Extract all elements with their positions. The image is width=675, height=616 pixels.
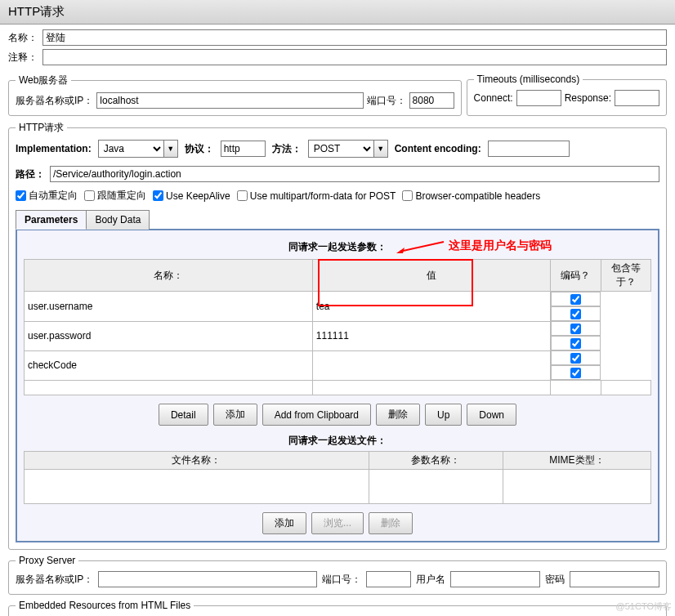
files-title: 同请求一起发送文件： (24, 434, 651, 448)
proxy-group: Proxy Server 服务器名称或IP： 端口号： 用户名 密码 (8, 555, 667, 595)
response-input[interactable] (615, 90, 659, 106)
col-value: 值 (312, 260, 550, 292)
http-legend: HTTP请求 (16, 121, 67, 135)
impl-label: Implementation: (16, 143, 92, 154)
proxy-port-input[interactable] (366, 571, 411, 587)
delete-button[interactable]: 删除 (376, 404, 420, 426)
protocol-input[interactable] (221, 141, 266, 157)
col-encode: 编码？ (551, 260, 601, 292)
table-row[interactable]: user.username tea (25, 292, 651, 322)
web-server-group: Web服务器 服务器名称或IP： 端口号： (8, 74, 462, 116)
proxy-host-label: 服务器名称或IP： (16, 573, 93, 587)
embedded-legend: Embedded Resources from HTML Files (16, 600, 194, 611)
comment-input[interactable] (42, 49, 667, 65)
proxy-host-input[interactable] (98, 571, 317, 587)
col-mime: MIME类型： (503, 452, 650, 470)
col-name: 名称： (25, 260, 313, 292)
follow-redirect-checkbox[interactable]: 跟随重定向 (84, 189, 146, 203)
encode-checkbox[interactable] (570, 294, 581, 305)
panel-title: HTTP请求 (0, 0, 675, 25)
eq-checkbox[interactable] (570, 309, 581, 319)
encoding-input[interactable] (488, 141, 570, 157)
host-input[interactable] (96, 92, 363, 109)
up-button[interactable]: Up (425, 404, 462, 426)
svg-marker-1 (396, 248, 405, 253)
file-browse-button[interactable]: 浏览... (311, 512, 364, 534)
browser-compat-checkbox[interactable]: Browser-compatible headers (402, 190, 540, 202)
encode-checkbox[interactable] (570, 324, 581, 334)
impl-select[interactable]: Java (98, 140, 163, 158)
col-eq: 包含等于？ (601, 260, 650, 292)
method-select[interactable]: POST (308, 140, 373, 158)
detail-button[interactable]: Detail (159, 404, 208, 426)
table-row[interactable]: user.password 111111 (25, 321, 651, 350)
eq-checkbox[interactable] (570, 338, 581, 349)
proxy-legend: Proxy Server (16, 555, 78, 566)
http-request-group: HTTP请求 Implementation: Java ▼ 协议： 方法： PO… (8, 121, 667, 550)
web-server-legend: Web服务器 (16, 74, 71, 87)
file-delete-button[interactable]: 删除 (369, 512, 413, 534)
encode-checkbox[interactable] (570, 353, 581, 364)
col-filename: 文件名称： (25, 452, 369, 470)
annotation-arrow (396, 239, 445, 253)
connect-label: Connect: (474, 92, 513, 104)
svg-line-0 (400, 242, 444, 252)
chevron-down-icon[interactable]: ▼ (163, 140, 178, 158)
col-paramname: 参数名称： (369, 452, 503, 470)
name-input[interactable] (42, 29, 667, 46)
response-label: Response: (565, 92, 611, 104)
port-label: 端口号： (367, 94, 406, 108)
auto-redirect-checkbox[interactable]: 自动重定向 (16, 189, 78, 203)
eq-checkbox[interactable] (570, 368, 581, 378)
table-row[interactable] (25, 381, 651, 395)
port-input[interactable] (409, 92, 454, 109)
timeouts-legend: Timeouts (milliseconds) (474, 74, 583, 85)
proxy-user-label: 用户名 (416, 573, 445, 587)
host-label: 服务器名称或IP： (16, 94, 93, 108)
comment-label: 注释： (8, 51, 42, 65)
chevron-down-icon[interactable]: ▼ (373, 140, 388, 158)
proxy-pass-label: 密码 (545, 573, 565, 587)
add-button[interactable]: 添加 (213, 404, 257, 426)
parameters-panel: 同请求一起发送参数： 这里是用户名与密码 名称： 值 编码？ 包含等于？ (16, 229, 659, 542)
annotation-text: 这里是用户名与密码 (449, 239, 552, 253)
clipboard-button[interactable]: Add from Clipboard (262, 404, 371, 426)
multipart-checkbox[interactable]: Use multipart/form-data for POST (237, 190, 396, 202)
params-table[interactable]: 名称： 值 编码？ 包含等于？ user.username tea (24, 259, 651, 395)
protocol-label: 协议： (185, 142, 214, 156)
proxy-port-label: 端口号： (322, 573, 361, 587)
table-row[interactable] (25, 470, 651, 504)
table-row[interactable]: checkCode (25, 350, 651, 381)
proxy-pass-input[interactable] (570, 571, 659, 587)
proxy-user-input[interactable] (450, 571, 540, 587)
encoding-label: Content encoding: (395, 143, 481, 154)
embedded-group: Embedded Resources from HTML Files 从HTML… (8, 600, 667, 616)
tab-body-data[interactable]: Body Data (86, 210, 150, 230)
down-button[interactable]: Down (467, 404, 516, 426)
name-label: 名称： (8, 31, 42, 45)
path-input[interactable] (50, 166, 659, 182)
timeouts-group: Timeouts (milliseconds) Connect: Respons… (467, 74, 667, 116)
path-label: 路径： (16, 167, 45, 181)
keepalive-checkbox[interactable]: Use KeepAlive (153, 190, 230, 202)
params-title: 同请求一起发送参数： 这里是用户名与密码 (24, 240, 651, 254)
watermark: @51CTO博客 (616, 600, 672, 613)
file-add-button[interactable]: 添加 (262, 512, 306, 534)
tab-parameters[interactable]: Parameters (16, 210, 87, 230)
files-table[interactable]: 文件名称： 参数名称： MIME类型： (24, 451, 651, 504)
method-label: 方法： (272, 142, 302, 156)
connect-input[interactable] (516, 90, 561, 106)
